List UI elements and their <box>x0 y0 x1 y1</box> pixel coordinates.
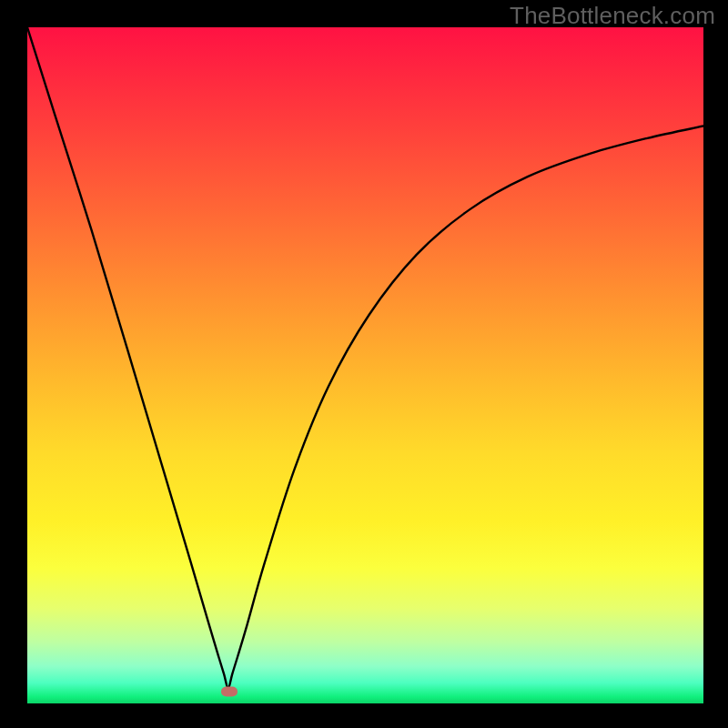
bottleneck-curve <box>27 27 703 703</box>
chart-frame: TheBottleneck.com <box>0 0 728 728</box>
minimum-marker <box>221 686 238 696</box>
watermark-text: TheBottleneck.com <box>510 2 715 30</box>
plot-area <box>27 27 703 703</box>
